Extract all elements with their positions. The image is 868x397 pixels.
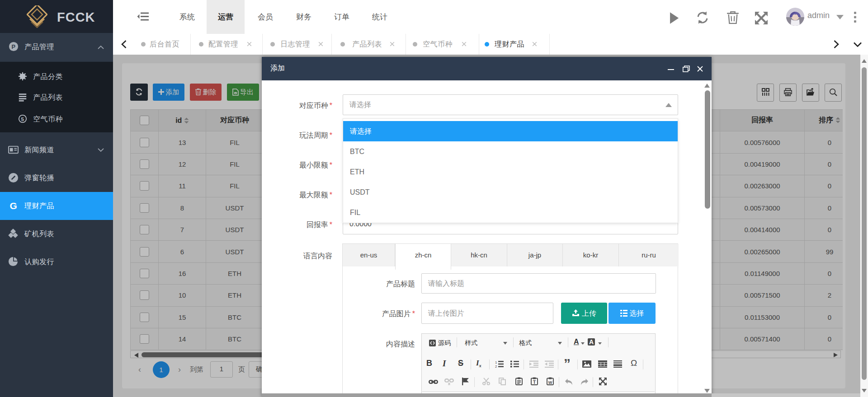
svg-text:W: W <box>548 380 552 385</box>
svg-text:P: P <box>11 43 15 50</box>
svg-text:5: 5 <box>21 116 24 122</box>
svg-text:2: 2 <box>495 364 497 368</box>
svg-text:1: 1 <box>495 360 497 364</box>
svg-text:G: G <box>10 201 18 211</box>
svg-text:T: T <box>533 380 536 385</box>
